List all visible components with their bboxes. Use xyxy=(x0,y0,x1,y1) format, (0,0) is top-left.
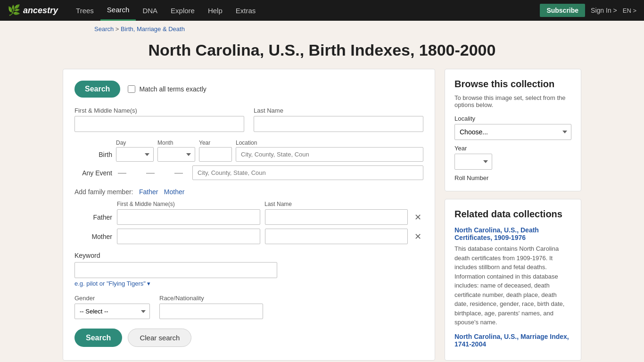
chevron-down-icon: ▾ xyxy=(147,280,150,287)
any-event-row: Any Event — — — xyxy=(74,165,423,180)
family-close-header-spacer xyxy=(412,201,423,207)
any-event-label: Any Event xyxy=(74,169,112,177)
first-name-group: First & Middle Name(s) xyxy=(74,107,244,132)
nav-links: Trees Search DNA Explore Help Extras xyxy=(69,0,540,21)
father-last-input[interactable] xyxy=(265,209,408,225)
bottom-buttons: Search Clear search xyxy=(74,329,423,347)
nav-explore[interactable]: Explore xyxy=(164,0,201,21)
father-label: Father xyxy=(74,214,112,221)
nav-dna[interactable]: DNA xyxy=(136,0,164,21)
month-header: Month xyxy=(157,140,195,146)
locality-label: Locality xyxy=(454,115,571,122)
year-header: Year xyxy=(199,140,232,146)
add-family-section: Add family member: Father Mother xyxy=(74,188,423,196)
right-panel: Browse this collection To browse this im… xyxy=(445,69,581,361)
father-link[interactable]: Father xyxy=(139,188,158,196)
gender-race-section: Gender -- Select -- Male Female Race/Nat… xyxy=(74,295,423,319)
match-terms-text: Match all terms exactly xyxy=(139,85,206,93)
keyword-hint-text: e.g. pilot or "Flying Tigers" xyxy=(74,280,146,287)
browse-card: Browse this collection To browse this im… xyxy=(445,69,581,191)
language-selector[interactable]: EN > xyxy=(623,7,636,14)
mother-link[interactable]: Mother xyxy=(164,188,185,196)
birth-month-select[interactable] xyxy=(157,147,195,162)
browse-desc: To browse this image set, select from th… xyxy=(454,94,571,108)
nav-right: Subscribe Sign In > EN > xyxy=(540,4,636,17)
family-first-header: First & Middle Name(s) xyxy=(117,201,260,207)
search-top-row: Search Match all terms exactly xyxy=(74,81,423,98)
mother-close-button[interactable]: ✕ xyxy=(413,231,423,242)
page-title: North Carolina, U.S., Birth Indexes, 180… xyxy=(0,35,644,69)
related-card: Related data collections North Carolina,… xyxy=(445,199,581,361)
keyword-label: Keyword xyxy=(74,252,423,259)
gender-label: Gender xyxy=(74,295,150,302)
search-button-bottom[interactable]: Search xyxy=(74,329,122,347)
any-event-year-dash: — xyxy=(174,168,183,178)
date-headers: Day Month Year Location xyxy=(74,140,423,146)
add-family-label: Add family member: xyxy=(74,188,133,196)
any-event-month-dash: — xyxy=(146,168,155,178)
leaf-icon: 🌿 xyxy=(8,4,20,16)
last-name-label: Last Name xyxy=(254,107,423,114)
keyword-section: Keyword e.g. pilot or "Flying Tigers" ▾ xyxy=(74,252,423,287)
family-col-headers: First & Middle Name(s) Last Name xyxy=(74,201,423,207)
birth-day-select[interactable] xyxy=(116,147,154,162)
race-input[interactable] xyxy=(159,304,263,319)
match-terms-checkbox[interactable] xyxy=(128,85,135,93)
search-button-top[interactable]: Search xyxy=(74,81,120,98)
subscribe-button[interactable]: Subscribe xyxy=(540,4,585,17)
first-name-input[interactable] xyxy=(74,116,244,132)
related-link-1[interactable]: North Carolina, U.S., Death Certificates… xyxy=(454,226,571,241)
nav-search[interactable]: Search xyxy=(100,0,136,21)
last-name-group: Last Name xyxy=(254,107,423,132)
mother-first-input[interactable] xyxy=(117,229,260,244)
breadcrumb-section[interactable]: Birth, Marriage & Death xyxy=(121,25,185,33)
locality-select[interactable]: Choose... xyxy=(454,124,571,140)
navigation: 🌿 ancestry Trees Search DNA Explore Help… xyxy=(0,0,644,21)
location-header: Location xyxy=(236,140,423,146)
related-desc-1: This database contains North Carolina de… xyxy=(454,244,571,327)
mother-label: Mother xyxy=(74,233,112,240)
breadcrumb-separator: > xyxy=(116,25,121,33)
any-event-location-input[interactable] xyxy=(192,165,423,180)
birth-location-input[interactable] xyxy=(236,147,423,162)
birth-row: Birth xyxy=(74,147,423,162)
birth-label: Birth xyxy=(74,151,112,158)
related-title: Related data collections xyxy=(454,209,571,220)
gender-select[interactable]: -- Select -- Male Female xyxy=(74,304,150,319)
day-header: Day xyxy=(116,140,154,146)
search-form-panel: Search Match all terms exactly First & M… xyxy=(63,69,435,361)
nav-trees[interactable]: Trees xyxy=(69,0,100,21)
name-row: First & Middle Name(s) Last Name xyxy=(74,107,423,132)
browse-title: Browse this collection xyxy=(454,79,571,90)
any-event-day-dash: — xyxy=(118,168,126,178)
year-label: Year xyxy=(454,145,571,152)
clear-search-button[interactable]: Clear search xyxy=(128,329,191,347)
gender-group: Gender -- Select -- Male Female xyxy=(74,295,150,319)
nav-extras[interactable]: Extras xyxy=(229,0,263,21)
father-row: Father ✕ xyxy=(74,209,423,225)
nav-help[interactable]: Help xyxy=(201,0,229,21)
first-name-label: First & Middle Name(s) xyxy=(74,107,244,114)
keyword-input[interactable] xyxy=(74,262,277,278)
mother-last-input[interactable] xyxy=(265,229,408,244)
father-close-button[interactable]: ✕ xyxy=(413,212,423,222)
year-select[interactable] xyxy=(454,154,492,170)
roll-number-label: Roll Number xyxy=(454,174,571,181)
breadcrumb-search[interactable]: Search xyxy=(94,25,114,33)
mother-row: Mother ✕ xyxy=(74,229,423,244)
race-group: Race/Nationality xyxy=(159,295,263,319)
race-label: Race/Nationality xyxy=(159,295,263,302)
main-layout: Search Match all terms exactly First & M… xyxy=(16,69,628,362)
match-terms-label[interactable]: Match all terms exactly xyxy=(128,85,206,93)
family-last-header: Last Name xyxy=(264,201,407,207)
logo-text: ancestry xyxy=(23,6,58,16)
birth-year-input[interactable] xyxy=(199,147,232,162)
related-link-2[interactable]: North Carolina, U.S., Marriage Index, 17… xyxy=(454,333,571,348)
last-name-input[interactable] xyxy=(254,116,423,132)
breadcrumb: Search > Birth, Marriage & Death xyxy=(0,21,644,35)
signin-link[interactable]: Sign In > xyxy=(591,7,617,14)
logo[interactable]: 🌿 ancestry xyxy=(8,4,58,16)
keyword-hint[interactable]: e.g. pilot or "Flying Tigers" ▾ xyxy=(74,280,423,287)
father-first-input[interactable] xyxy=(117,209,260,225)
